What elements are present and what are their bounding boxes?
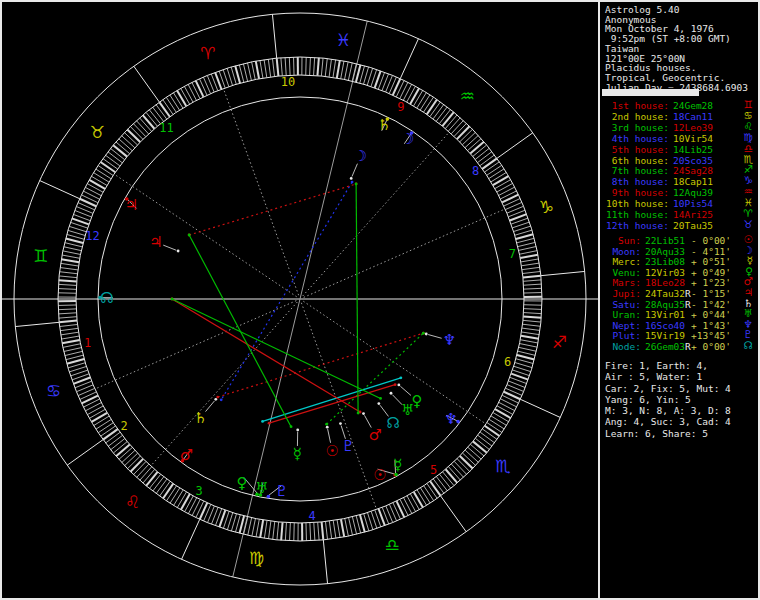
degree-tick — [523, 271, 541, 273]
aspect-endpoint-dot — [268, 422, 271, 425]
aspect-endpoint-dot — [290, 425, 293, 428]
degree-tick — [91, 176, 107, 185]
degree-tick — [58, 284, 76, 285]
degree-tick — [94, 173, 109, 182]
degree-tick — [156, 105, 167, 119]
degree-tick — [403, 84, 411, 100]
degree-tick — [491, 416, 506, 425]
degree-tick — [519, 251, 537, 255]
degree-tick — [63, 344, 81, 348]
degree-tick — [482, 429, 497, 439]
degree-tick — [64, 348, 82, 352]
degree-tick — [487, 423, 502, 433]
degree-tick — [192, 500, 200, 516]
planet-pointer — [400, 386, 411, 395]
degree-tick — [159, 102, 169, 117]
degree-tick — [140, 467, 152, 480]
degree-tick — [487, 165, 502, 175]
zodiac-sign-icon: ♎ — [744, 143, 753, 154]
planet-row: Sun:22Lib51- 0°00'☉ — [605, 236, 755, 247]
degree-tick — [59, 276, 77, 278]
degree-tick — [60, 268, 78, 270]
degree-tick — [485, 426, 500, 436]
stats-line: Fire: 1, Earth: 4, — [605, 360, 731, 371]
degree-tick — [493, 413, 509, 422]
degree-tick — [414, 492, 423, 508]
planet-position: 26Gem03R — [645, 342, 691, 353]
degree-tick — [524, 284, 542, 285]
degree-tick — [64, 247, 82, 251]
sign-glyph-aries: ♈ — [200, 43, 215, 63]
aspect-endpoint-dot — [188, 234, 191, 237]
degree-tick — [430, 102, 440, 117]
degree-tick — [451, 120, 463, 133]
degree-tick — [188, 84, 196, 100]
degree-tick — [424, 97, 434, 112]
planet-velocity: - 0°00' — [691, 236, 731, 247]
degree-tick — [448, 118, 460, 131]
degree-tick — [329, 521, 331, 539]
degree-tick — [61, 259, 79, 262]
house-number-9: 9 — [397, 100, 404, 114]
planet-position-list: Sun:22Lib51- 0°00'☉Moon:20Aqu33- 4°11'☽M… — [605, 236, 755, 353]
degree-tick — [260, 520, 263, 538]
sign-glyph-scorpio: ♏ — [495, 456, 510, 476]
degree-tick — [247, 63, 251, 81]
degree-tick — [256, 61, 259, 79]
planet-inner-dot — [339, 422, 342, 425]
degree-tick — [341, 61, 344, 79]
degree-tick — [156, 479, 167, 493]
degree-tick — [153, 107, 164, 121]
degree-tick — [516, 234, 533, 239]
aspect-line — [269, 385, 395, 424]
degree-tick — [85, 187, 101, 195]
element-statistics: Fire: 1, Earth: 4,Air : 5, Water: 1Car: … — [605, 360, 731, 439]
house-cusp-line — [303, 301, 486, 424]
degree-tick — [89, 409, 105, 418]
degree-tick — [454, 461, 466, 474]
house-number-6: 6 — [504, 355, 511, 369]
aspect-endpoint-dot — [422, 332, 425, 335]
degree-tick — [518, 351, 536, 355]
planet-glyph-moon: ☽ — [401, 130, 414, 148]
degree-tick — [523, 324, 541, 326]
degree-tick — [524, 288, 542, 289]
degree-tick — [96, 169, 111, 179]
sign-boundary-line — [497, 133, 533, 159]
degree-tick — [337, 60, 340, 78]
degree-tick — [277, 522, 279, 540]
degree-tick — [322, 522, 324, 540]
aspect-endpoint-dot — [394, 383, 397, 386]
sign-glyph-cancer: ♋ — [46, 381, 61, 401]
degree-tick — [100, 162, 115, 172]
degree-tick — [473, 441, 487, 452]
aspect-line — [189, 184, 356, 235]
degree-tick — [272, 59, 274, 77]
degree-tick — [231, 514, 236, 531]
degree-tick — [185, 496, 194, 512]
aspect-endpoint-dot — [399, 376, 402, 379]
degree-tick — [163, 100, 173, 115]
planet-inner-dot — [326, 426, 329, 429]
planet-glyph-inner-jupiter: ♃ — [149, 233, 162, 251]
degree-tick — [119, 139, 132, 151]
natal-chart-wheel: ♈♉♊♋♌♍♎♏♐♑♒♓123456789101112♃☊♂♀♅♇☉☿♆☽♄☽♃… — [2, 2, 600, 598]
stats-line: Ang: 4, Suc: 3, Cad: 4 — [605, 416, 731, 427]
degree-tick — [94, 416, 109, 425]
degree-tick — [106, 432, 120, 443]
aspect-endpoint-dot — [379, 397, 382, 400]
degree-tick — [518, 242, 536, 246]
degree-tick — [252, 62, 256, 80]
degree-tick — [68, 230, 85, 235]
degree-tick — [356, 65, 360, 82]
planet-glyph-inner-mars: ♂ — [368, 426, 381, 444]
degree-tick — [78, 388, 95, 395]
degree-tick — [264, 60, 267, 78]
degree-tick — [520, 255, 538, 258]
degree-tick — [290, 523, 291, 541]
degree-tick — [58, 313, 76, 314]
planet-icon: ☊ — [744, 340, 753, 351]
degree-tick — [420, 95, 430, 110]
degree-tick — [499, 187, 515, 195]
degree-tick — [58, 309, 76, 310]
